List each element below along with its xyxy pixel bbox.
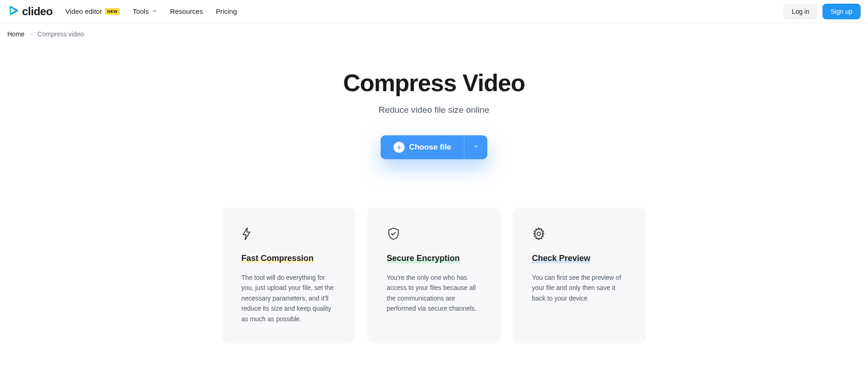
main-nav: Video editor NEW Tools Resources Pricing	[65, 7, 237, 15]
feature-card-preview: Check Preview You can first see the prev…	[513, 208, 646, 343]
nav-label: Resources	[170, 7, 203, 15]
nav-label: Pricing	[216, 7, 237, 15]
lightning-icon	[241, 227, 336, 241]
chevron-right-icon: ›	[30, 31, 32, 37]
login-button[interactable]: Log in	[783, 4, 817, 19]
features: Fast Compression The tool will do everyt…	[0, 208, 868, 362]
feature-title: Fast Compression	[241, 254, 314, 263]
nav-video-editor[interactable]: Video editor NEW	[65, 7, 120, 15]
nav-label: Video editor	[65, 7, 102, 15]
chevron-down-icon	[473, 143, 479, 151]
logo[interactable]: clideo	[7, 5, 52, 18]
nav-tools[interactable]: Tools	[133, 7, 157, 15]
page-title: Compress Video	[9, 69, 859, 97]
shield-icon	[387, 227, 481, 241]
nav-label: Tools	[133, 7, 149, 15]
choose-file-dropdown[interactable]	[464, 135, 487, 159]
upload-wrapper: Choose file	[9, 135, 859, 159]
svg-point-0	[537, 232, 541, 236]
feature-desc: You can first see the preview of your fi…	[532, 272, 627, 303]
feature-desc: You're the only one who has access to yo…	[387, 272, 481, 314]
play-logo-icon	[7, 5, 19, 18]
header: clideo Video editor NEW Tools Resources …	[0, 0, 868, 23]
hero: Compress Video Reduce video file size on…	[0, 45, 868, 159]
feature-desc: The tool will do everything for you, jus…	[241, 272, 336, 324]
feature-title: Check Preview	[532, 254, 590, 263]
nav-pricing[interactable]: Pricing	[216, 7, 237, 15]
feature-title: Secure Encryption	[387, 254, 460, 263]
header-right: Log in Sign up	[783, 4, 861, 19]
upload-button-group: Choose file	[381, 135, 488, 159]
choose-file-label: Choose file	[409, 143, 451, 152]
signup-button[interactable]: Sign up	[822, 4, 861, 19]
choose-file-button[interactable]: Choose file	[381, 135, 464, 159]
new-badge: NEW	[105, 8, 120, 15]
page-subtitle: Reduce video file size online	[9, 105, 859, 115]
breadcrumb: Home › Compress video	[0, 23, 868, 45]
header-left: clideo Video editor NEW Tools Resources …	[7, 5, 237, 18]
breadcrumb-home[interactable]: Home	[7, 30, 24, 38]
plus-circle-icon	[394, 142, 405, 153]
feature-card-secure: Secure Encryption You're the only one wh…	[367, 208, 501, 343]
logo-text: clideo	[22, 5, 52, 18]
nav-resources[interactable]: Resources	[170, 7, 203, 15]
feature-card-fast: Fast Compression The tool will do everyt…	[222, 208, 355, 343]
gear-icon	[532, 227, 627, 241]
chevron-down-icon	[152, 7, 157, 15]
breadcrumb-current: Compress video	[37, 30, 84, 38]
